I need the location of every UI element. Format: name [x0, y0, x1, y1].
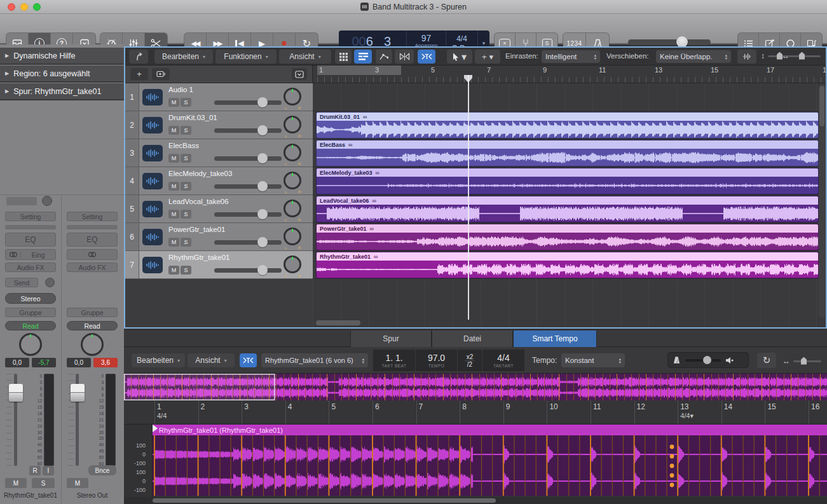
track-volume-thumb[interactable] — [257, 265, 268, 275]
track-volume-slider[interactable] — [214, 184, 282, 189]
lcd-chevron-icon[interactable]: ▾ — [482, 40, 486, 46]
track-pan-knob[interactable] — [284, 144, 301, 161]
region-header[interactable]: LeadVocal_take06 ∞ — [317, 196, 818, 205]
stereo-format-button[interactable] — [67, 249, 118, 260]
track-pan-knob[interactable] — [284, 228, 301, 245]
track-volume-slider[interactable] — [214, 156, 282, 161]
editor-cycle-button[interactable]: ↻ — [757, 353, 776, 368]
region-header[interactable]: ElecMelody_take03 ∞ — [317, 168, 818, 177]
volume-value[interactable]: -5,7 — [32, 358, 56, 367]
editor-flex-button[interactable] — [240, 353, 257, 367]
fader-cap[interactable] — [9, 384, 23, 402]
track-header[interactable]: 6 PowerGtr_take01 M S L R — [125, 223, 313, 251]
cycle-range[interactable] — [317, 65, 401, 75]
track-volume-thumb[interactable] — [257, 181, 268, 191]
region-waveform[interactable] — [317, 233, 818, 250]
eq-button[interactable]: EQ — [67, 233, 118, 247]
track-solo-button[interactable]: S — [181, 266, 191, 275]
send-button[interactable]: Send — [5, 278, 38, 287]
input-gain-knob[interactable] — [42, 196, 52, 206]
input-button[interactable]: Eing — [5, 249, 56, 260]
track-name[interactable]: Audio 1 — [168, 86, 193, 93]
track-mute-button[interactable]: M — [168, 210, 179, 219]
audio-fx-button[interactable]: Audio FX — [5, 262, 56, 272]
editor-view-menu[interactable]: Ansicht▾ — [188, 353, 235, 367]
horizontal-zoom[interactable]: ↔ — [782, 51, 821, 60]
track-name[interactable]: ElecBass — [168, 142, 199, 149]
track-volume-slider[interactable] — [214, 240, 282, 245]
setting-button[interactable]: Setting — [5, 212, 56, 221]
catch-playhead-button[interactable] — [129, 50, 148, 64]
track-mute-button[interactable]: M — [168, 126, 179, 135]
audio-fx-button[interactable]: Audio FX — [67, 262, 118, 272]
snap-select[interactable]: Intelligent ▴▾ — [542, 50, 600, 63]
tempo-overview-strip[interactable] — [124, 374, 827, 400]
region-inspector-section[interactable]: ▶ Region: 6 ausgewählt — [0, 65, 124, 83]
region-selector[interactable]: RhythmGtr_take01 (6 von 6) ▴▾ — [261, 353, 368, 367]
editor-hzoom-slider[interactable]: ↔ — [783, 357, 821, 365]
track-pan-knob[interactable] — [284, 255, 301, 273]
track-mute-button[interactable]: M — [168, 182, 179, 191]
master-volume-slider[interactable] — [628, 39, 711, 45]
audio-region[interactable]: LeadVocal_take06 ∞ — [316, 196, 819, 222]
track-name[interactable]: LeadVocal_take06 — [168, 198, 229, 205]
pointer-tool-menu[interactable]: ▾ — [447, 50, 472, 64]
track-header-options-button[interactable] — [292, 68, 307, 80]
region-waveform[interactable] — [317, 121, 818, 139]
editor-scrollbar[interactable] — [124, 497, 827, 504]
grid-view-button[interactable] — [335, 50, 352, 64]
zoom-window-button[interactable] — [33, 3, 41, 11]
eq-button[interactable]: EQ — [5, 233, 56, 247]
track-pan-knob[interactable] — [284, 200, 301, 217]
automation-mode-button[interactable]: Read — [5, 321, 56, 330]
speaker-icon[interactable] — [725, 357, 734, 364]
region-waveform[interactable] — [317, 205, 818, 222]
track-solo-button[interactable]: S — [181, 98, 191, 107]
dynamic-help-section[interactable]: ▶ Dynamische Hilfe — [0, 48, 124, 65]
metronome-icon[interactable] — [673, 356, 681, 364]
track-volume-thumb[interactable] — [257, 153, 268, 163]
track-name[interactable]: DrumKit.03_01 — [168, 114, 217, 121]
track-name[interactable]: PowerGtr_take01 — [168, 226, 226, 233]
track-solo-button[interactable]: S — [181, 154, 191, 163]
audio-region[interactable]: RhythmGtr_take01 ∞ — [316, 252, 819, 278]
track-pan-knob[interactable] — [284, 172, 301, 189]
region-header[interactable]: ElecBass ∞ — [317, 140, 818, 149]
add-track-button[interactable]: + — [130, 68, 148, 80]
track-volume-slider[interactable] — [214, 268, 282, 273]
setting-button[interactable]: Setting — [67, 212, 118, 221]
tab-smart-tempo[interactable]: Smart Tempo — [513, 330, 597, 347]
functions-menu[interactable]: Funktionen▾ — [215, 50, 277, 64]
send-knob[interactable] — [45, 278, 55, 287]
edit-menu[interactable]: Bearbeiten▾ — [154, 50, 213, 64]
tempo-mode-select[interactable]: Konstant ▴▾ — [561, 353, 625, 367]
track-header[interactable]: 3 ElecBass M S L R — [125, 139, 313, 167]
division-bottom[interactable]: /2 — [465, 360, 475, 368]
track-volume-slider[interactable] — [214, 128, 282, 133]
pan-value[interactable]: 0,0 — [5, 358, 29, 367]
input-monitor-button[interactable]: I — [43, 466, 54, 475]
track-volume-thumb[interactable] — [257, 237, 268, 247]
track-header[interactable]: 2 DrumKit.03_01 M S L R — [125, 111, 313, 139]
region-waveform[interactable] — [317, 177, 818, 194]
track-pan-knob[interactable] — [284, 88, 301, 106]
region-header[interactable]: RhythmGtr_take01 ∞ — [317, 252, 818, 261]
mute-button[interactable]: M — [5, 478, 27, 488]
track-mute-button[interactable]: M — [168, 238, 179, 247]
mute-button[interactable]: M — [67, 478, 88, 488]
region-waveform[interactable] — [317, 149, 818, 167]
region-waveform[interactable] — [317, 261, 818, 278]
track-header[interactable]: 4 ElecMelody_take03 M S L R — [125, 167, 313, 195]
track-header[interactable]: 1 Audio 1 M S L R — [125, 83, 313, 111]
track-volume-slider[interactable] — [214, 212, 282, 217]
duplicate-track-button[interactable] — [152, 68, 170, 80]
track-header[interactable]: 5 LeadVocal_take06 M S L R — [125, 195, 313, 223]
track-mute-button[interactable]: M — [168, 154, 179, 163]
track-inspector-section[interactable]: ▶ Spur: RhythmGtr_take01 — [0, 83, 124, 100]
audio-region[interactable]: ElecBass ∞ — [316, 140, 819, 167]
time-signature-change[interactable]: 4/4▾ — [680, 412, 694, 420]
pan-knob[interactable] — [19, 333, 42, 356]
audio-region[interactable]: PowerGtr_take01 ∞ — [316, 224, 819, 250]
track-pan-knob[interactable] — [284, 116, 301, 133]
track-volume-slider[interactable] — [214, 100, 282, 105]
